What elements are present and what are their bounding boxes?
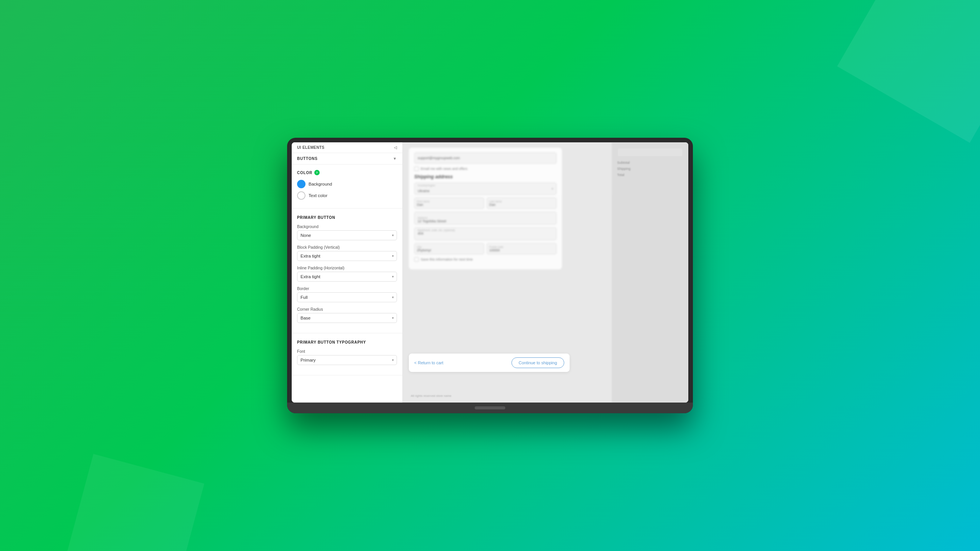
color-swatch-white bbox=[297, 191, 305, 200]
color-option-background-label: Background bbox=[309, 182, 332, 186]
shipping-heading-mock: Shipping address bbox=[414, 174, 557, 179]
ui-elements-label: UI ELEMENTS bbox=[297, 145, 325, 150]
corner-radius-select[interactable]: None Small Base Large Full bbox=[297, 313, 397, 323]
address-mock: Address 12 Togolska Street bbox=[414, 212, 557, 225]
subtotal-label: Subtotal bbox=[617, 161, 630, 165]
primary-button-title: PRIMARY BUTTON bbox=[297, 215, 397, 220]
background-field-label: Background bbox=[297, 224, 397, 229]
last-name-mock: Last name Dan bbox=[487, 197, 557, 209]
country-label-mock: Country/region bbox=[418, 184, 435, 187]
laptop-shell: UI ELEMENTS ◁ BUTTONS ▼ COLOR ? bbox=[287, 138, 693, 413]
shipping-line: Shipping bbox=[617, 167, 683, 171]
editor-top-bar: UI ELEMENTS ◁ bbox=[292, 142, 402, 153]
apartment-mock: Apartment, suite, etc. (optional) 404 bbox=[414, 227, 557, 240]
discount-input-mock bbox=[617, 148, 683, 157]
primary-button-section: PRIMARY BUTTON Background None Primary S… bbox=[292, 209, 402, 333]
buttons-arrow-icon: ▼ bbox=[393, 156, 397, 161]
border-select[interactable]: None Thin Base Full bbox=[297, 292, 397, 302]
laptop-notch bbox=[475, 406, 505, 409]
color-section-body: COLOR ? Background Text color bbox=[292, 165, 402, 209]
buttons-section-header[interactable]: BUTTONS ▼ bbox=[292, 153, 402, 165]
background-select[interactable]: None Primary Secondary Custom bbox=[297, 230, 397, 240]
color-label: COLOR bbox=[297, 171, 312, 175]
corner-radius-field-group: Corner Radius None Small Base Large Full… bbox=[297, 307, 397, 323]
laptop-base bbox=[287, 403, 693, 413]
button-bar: < Return to cart Continue to shipping bbox=[409, 354, 570, 372]
footer-mock: All rights reserved store name bbox=[409, 392, 453, 399]
subtotal-line: Subtotal bbox=[617, 161, 683, 165]
background-field-group: Background None Primary Secondary Custom… bbox=[297, 224, 397, 240]
color-option-text[interactable]: Text color bbox=[297, 191, 397, 200]
country-value-mock: Ukraine bbox=[418, 189, 430, 193]
inline-padding-select[interactable]: Extra tight Tight Base Loose Extra loose bbox=[297, 272, 397, 282]
collapse-icon[interactable]: ◁ bbox=[394, 145, 397, 150]
typography-title: PRIMARY BUTTON TYPOGRAPHY bbox=[297, 340, 397, 344]
border-label: Border bbox=[297, 286, 397, 291]
block-padding-field-group: Block Padding (Vertical) Extra tight Tig… bbox=[297, 245, 397, 261]
continue-to-shipping-button[interactable]: Continue to shipping bbox=[511, 357, 564, 368]
total-label: Total bbox=[617, 173, 624, 177]
buttons-label: BUTTONS bbox=[297, 156, 318, 161]
typography-section: PRIMARY BUTTON TYPOGRAPHY Font Primary S… bbox=[292, 333, 402, 375]
checkbox-label-mock: Email me with news and offers bbox=[421, 167, 467, 171]
first-name-mock: First name Dan bbox=[414, 197, 484, 209]
inline-padding-field-group: Inline Padding (Horizontal) Extra tight … bbox=[297, 266, 397, 282]
laptop-screen: UI ELEMENTS ◁ BUTTONS ▼ COLOR ? bbox=[292, 142, 688, 403]
checkbox-row-mock: Email me with news and offers bbox=[414, 166, 557, 171]
color-option-background[interactable]: Background bbox=[297, 180, 397, 188]
preview-area: support@mygroupweb.com Email me with new… bbox=[403, 142, 688, 403]
color-option-text-label: Text color bbox=[309, 193, 327, 198]
border-field-group: Border None Thin Base Full ▾ bbox=[297, 286, 397, 302]
save-checkbox-row: Save this information for next time bbox=[414, 257, 557, 262]
color-help-icon[interactable]: ? bbox=[314, 170, 320, 175]
color-swatch-blue bbox=[297, 180, 305, 188]
block-padding-select[interactable]: Extra tight Tight Base Loose Extra loose bbox=[297, 251, 397, 261]
email-value: support@mygroupweb.com bbox=[418, 156, 460, 160]
font-field-group: Font Primary Secondary Custom ▾ bbox=[297, 349, 397, 365]
font-select[interactable]: Primary Secondary Custom bbox=[297, 355, 397, 365]
inline-padding-label: Inline Padding (Horizontal) bbox=[297, 266, 397, 270]
postal-mock: Postal code 10000I bbox=[487, 243, 557, 254]
total-line: Total bbox=[617, 173, 683, 177]
return-to-cart-link[interactable]: < Return to cart bbox=[414, 360, 443, 365]
city-mock: City Zhytomyr bbox=[414, 243, 484, 254]
country-select-mock: Country/region Ukraine ▾ bbox=[414, 183, 557, 195]
editor-panel: UI ELEMENTS ◁ BUTTONS ▼ COLOR ? bbox=[292, 142, 403, 403]
font-label: Font bbox=[297, 349, 397, 354]
order-summary-sidebar: Subtotal Shipping Total bbox=[612, 142, 688, 403]
block-padding-label: Block Padding (Vertical) bbox=[297, 245, 397, 249]
email-field-mock: support@mygroupweb.com bbox=[414, 152, 557, 164]
corner-radius-label: Corner Radius bbox=[297, 307, 397, 311]
shipping-label: Shipping bbox=[617, 167, 630, 171]
save-label-mock: Save this information for next time bbox=[421, 258, 473, 261]
